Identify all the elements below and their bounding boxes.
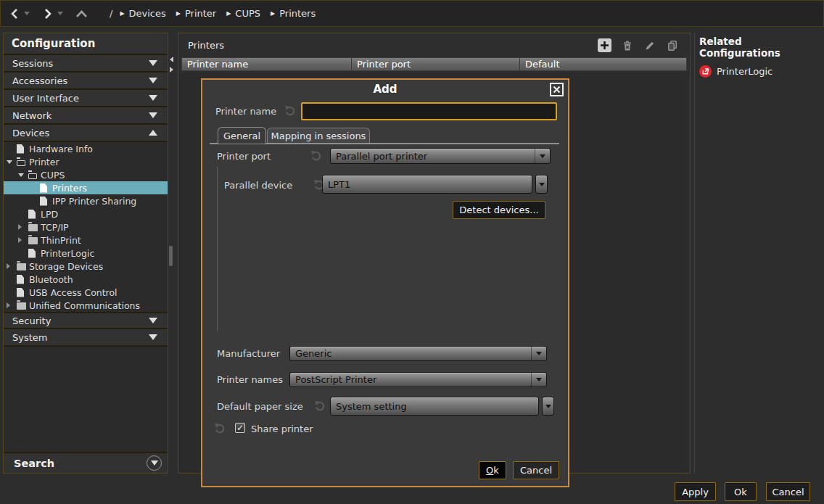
tree-item-hardware-info[interactable]: Hardware Info xyxy=(4,142,168,155)
sidebar-item-user-interface[interactable]: User Interface xyxy=(4,90,168,107)
printer-names-dropdown[interactable]: PostScript Printer xyxy=(289,372,547,387)
expander-closed-icon[interactable] xyxy=(7,302,17,308)
search-expand-button[interactable] xyxy=(147,455,162,471)
printer-port-dropdown[interactable]: Parallel port printer xyxy=(330,148,551,164)
dropdown-arrow-icon xyxy=(535,149,550,163)
column-header-printer-name[interactable]: Printer name xyxy=(181,57,352,71)
tree-item-usb-access-control[interactable]: USB Access Control xyxy=(4,286,168,299)
configuration-panel: Configuration Sessions Accessories User … xyxy=(3,33,168,474)
delete-button[interactable] xyxy=(620,38,634,52)
folder-open-icon xyxy=(28,171,41,179)
chevron-down-icon xyxy=(149,78,157,83)
sidebar-item-system[interactable]: System xyxy=(4,329,168,347)
sidebar-item-network[interactable]: Network xyxy=(4,107,168,125)
printer-name-input[interactable] xyxy=(301,102,557,120)
expander-closed-icon[interactable] xyxy=(18,224,28,230)
folder-icon xyxy=(28,223,41,231)
expander-closed-icon[interactable] xyxy=(7,263,17,269)
sidebar-item-devices[interactable]: Devices xyxy=(4,125,168,142)
sidebar-item-security[interactable]: Security xyxy=(4,312,168,329)
breadcrumb-arrow-icon: ▶ xyxy=(271,11,275,17)
related-item-printerlogic[interactable]: PrinterLogic xyxy=(699,65,824,78)
tree-item-unified-communications[interactable]: Unified Communications xyxy=(4,299,168,312)
apply-button[interactable]: Apply xyxy=(675,482,716,501)
breadcrumb-root[interactable]: / xyxy=(110,8,112,19)
revert-icon[interactable] xyxy=(284,105,296,117)
chevron-down-icon xyxy=(149,334,157,340)
collapse-left-icon[interactable] xyxy=(170,57,173,62)
column-header-printer-port[interactable]: Printer port xyxy=(352,57,520,71)
copy-icon xyxy=(667,40,678,51)
chevron-right-icon xyxy=(43,8,53,20)
dropdown-arrow-icon xyxy=(545,405,551,408)
dialog-close-button[interactable] xyxy=(550,83,564,96)
sidebar-item-sessions[interactable]: Sessions xyxy=(4,55,168,73)
file-icon xyxy=(40,183,52,193)
tree-item-thinprint[interactable]: ThinPrint xyxy=(4,234,168,247)
dialog-cancel-button[interactable]: Cancel xyxy=(513,461,559,479)
parallel-device-label: Parallel device xyxy=(224,180,292,191)
edit-button[interactable] xyxy=(643,38,656,52)
sidebar-item-accessories[interactable]: Accessories xyxy=(4,73,168,90)
tab-mapping-in-sessions[interactable]: Mapping in sessions xyxy=(267,128,370,143)
up-button[interactable] xyxy=(73,5,89,22)
revert-icon[interactable] xyxy=(314,400,326,412)
default-paper-size-dropdown-button[interactable] xyxy=(542,397,554,416)
collapse-right-icon[interactable] xyxy=(170,67,173,73)
chevron-down-icon xyxy=(149,112,157,118)
search-section: Search xyxy=(4,452,168,473)
tree-item-storage-devices[interactable]: Storage Devices xyxy=(4,260,168,273)
breadcrumb-printers[interactable]: ▶Printers xyxy=(271,8,316,19)
toolbar: / ▶Devices ▶Printer ▶CUPS ▶Printers xyxy=(0,0,824,27)
expander-open-icon[interactable] xyxy=(7,160,17,164)
configuration-title: Configuration xyxy=(4,33,168,55)
expander-closed-icon[interactable] xyxy=(18,237,28,243)
manufacturer-dropdown[interactable]: Generic xyxy=(289,346,547,361)
revert-icon[interactable] xyxy=(310,150,322,162)
breadcrumb-devices[interactable]: ▶Devices xyxy=(120,8,165,19)
default-paper-size-combobox[interactable]: System setting xyxy=(330,397,539,416)
dropdown-arrow-icon xyxy=(539,183,545,186)
breadcrumb-printer[interactable]: ▶Printer xyxy=(176,8,216,19)
tree-item-bluetooth[interactable]: Bluetooth xyxy=(4,273,168,286)
tree-item-ipp-printer-sharing[interactable]: IPP Printer Sharing xyxy=(4,194,168,207)
duplicate-button[interactable] xyxy=(665,38,679,52)
detect-devices-button[interactable]: Detect devices... xyxy=(453,201,545,219)
breadcrumb-cups[interactable]: ▶CUPS xyxy=(226,8,260,19)
sidebar-scrollbar-thumb[interactable] xyxy=(169,246,173,266)
forward-button[interactable] xyxy=(40,5,56,22)
back-history-caret-icon[interactable] xyxy=(22,5,31,22)
checkmark-icon: ✓ xyxy=(236,423,244,433)
tree-item-printers[interactable]: Printers xyxy=(4,181,168,194)
related-configurations-title: Related Configurations xyxy=(699,36,824,59)
chevron-down-icon xyxy=(149,318,157,323)
panel-title: Printers xyxy=(188,40,224,51)
file-icon xyxy=(17,275,29,284)
tree-item-printerlogic[interactable]: PrinterLogic xyxy=(4,247,168,260)
file-icon xyxy=(28,249,41,258)
tree-item-cups[interactable]: CUPS xyxy=(4,168,168,181)
tab-general[interactable]: General xyxy=(218,127,266,144)
column-header-default[interactable]: Default xyxy=(520,57,687,71)
splitter-handle xyxy=(170,57,176,75)
dialog-ok-button[interactable]: Ok xyxy=(479,461,506,479)
tree-item-lpd[interactable]: LPD xyxy=(4,207,168,220)
forward-history-caret-icon[interactable] xyxy=(56,5,65,22)
add-button[interactable] xyxy=(598,38,611,52)
tree-item-tcpip[interactable]: TCP/IP xyxy=(4,220,168,234)
file-icon xyxy=(17,144,29,154)
tree-item-printer[interactable]: Printer xyxy=(4,155,168,168)
expander-open-icon[interactable] xyxy=(18,173,28,177)
share-printer-checkbox[interactable]: ✓ xyxy=(235,423,245,433)
printers-panel-header: Printers xyxy=(178,33,690,57)
revert-icon[interactable] xyxy=(214,423,226,434)
trash-icon xyxy=(622,40,633,51)
back-button[interactable] xyxy=(7,5,22,22)
dialog-title: Add xyxy=(202,80,568,99)
dropdown-arrow-icon xyxy=(531,373,546,387)
cancel-button[interactable]: Cancel xyxy=(766,482,810,501)
ok-button[interactable]: Ok xyxy=(725,482,757,501)
chevron-up-icon xyxy=(75,9,88,18)
parallel-device-combobox[interactable]: LPT1 xyxy=(322,175,532,194)
parallel-device-dropdown-button[interactable] xyxy=(535,175,548,194)
